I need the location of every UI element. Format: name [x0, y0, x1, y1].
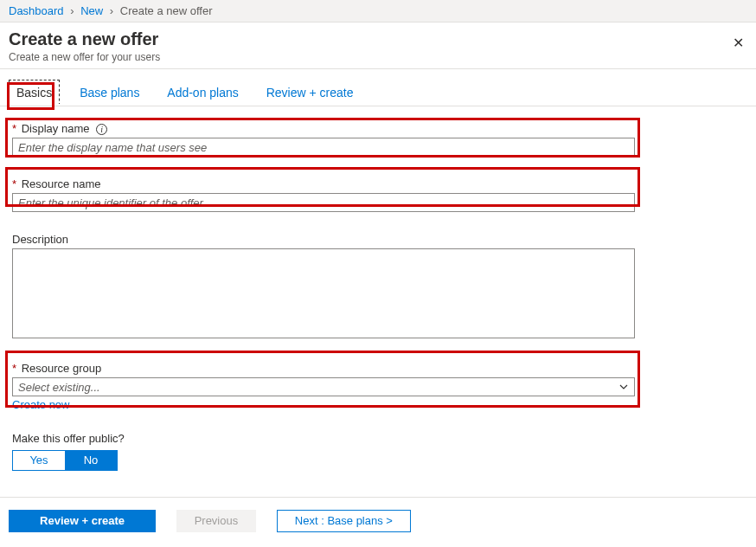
- previous-button: Previous: [176, 510, 257, 532]
- make-public-group: Make this offer public? Yes No: [9, 428, 747, 474]
- make-public-label: Make this offer public?: [12, 432, 744, 445]
- required-indicator: *: [12, 362, 16, 375]
- resource-group-placeholder: Select existing...: [18, 381, 100, 394]
- next-button[interactable]: Next : Base plans >: [277, 510, 411, 532]
- tab-review-create[interactable]: Review + create: [259, 80, 362, 106]
- resource-name-label: * Resource name: [12, 177, 744, 190]
- tab-basics[interactable]: Basics: [9, 80, 60, 106]
- page-title: Create a new offer: [9, 29, 747, 49]
- page-subtitle: Create a new offer for your users: [9, 51, 747, 63]
- resource-group-select[interactable]: Select existing...: [12, 377, 635, 396]
- resource-group-group: * Resource group Select existing... Crea…: [9, 358, 747, 415]
- chevron-down-icon: [618, 382, 629, 392]
- footer: Review + create Previous Next : Base pla…: [0, 497, 756, 544]
- chevron-right-icon: ›: [110, 4, 113, 17]
- review-create-button[interactable]: Review + create: [9, 510, 156, 532]
- tabs: Basics Base plans Add-on plans Review + …: [0, 69, 756, 106]
- tab-add-on-plans[interactable]: Add-on plans: [159, 80, 247, 106]
- required-indicator: *: [12, 122, 16, 135]
- make-public-toggle: Yes No: [12, 450, 118, 471]
- close-icon[interactable]: ✕: [733, 35, 744, 51]
- display-name-label: * Display name i: [12, 122, 744, 135]
- toggle-yes[interactable]: Yes: [13, 451, 65, 470]
- breadcrumb: Dashboard › New › Create a new offer: [0, 0, 756, 23]
- breadcrumb-new[interactable]: New: [80, 4, 103, 17]
- description-group: Description: [9, 229, 747, 344]
- toggle-no[interactable]: No: [65, 451, 117, 470]
- breadcrumb-current: Create a new offer: [120, 4, 213, 17]
- resource-name-group: * Resource name: [9, 174, 747, 216]
- create-new-link[interactable]: Create new: [12, 398, 69, 411]
- display-name-group: * Display name i: [9, 119, 747, 160]
- page-header: Create a new offer Create a new offer fo…: [0, 23, 756, 69]
- tab-base-plans[interactable]: Base plans: [72, 80, 147, 106]
- resource-name-input[interactable]: [12, 193, 635, 212]
- required-indicator: *: [12, 177, 16, 190]
- info-icon[interactable]: i: [96, 124, 107, 135]
- breadcrumb-dashboard[interactable]: Dashboard: [9, 4, 64, 17]
- description-input[interactable]: [12, 248, 635, 338]
- display-name-input[interactable]: [12, 138, 635, 157]
- form-content: * Display name i * Resource name Descrip…: [0, 106, 756, 497]
- chevron-right-icon: ›: [70, 4, 74, 17]
- resource-group-label: * Resource group: [12, 362, 744, 375]
- description-label: Description: [12, 233, 744, 246]
